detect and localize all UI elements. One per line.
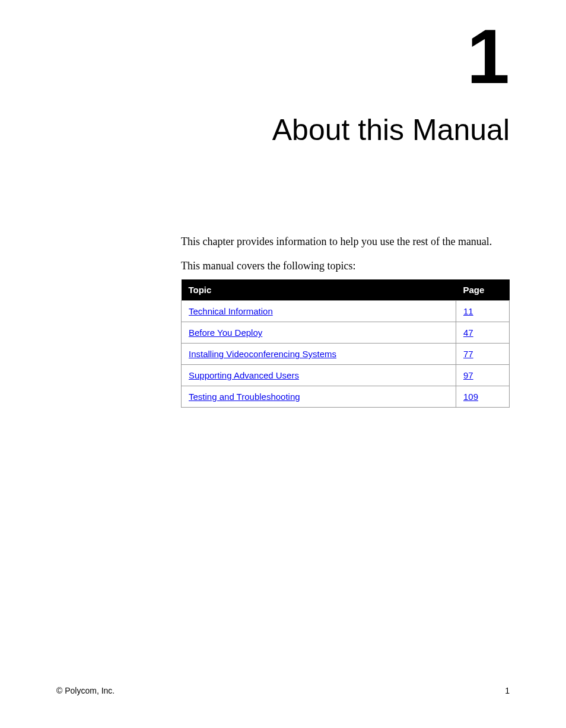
topic-link-supporting-advanced-users[interactable]: Supporting Advanced Users: [189, 370, 299, 380]
footer-copyright: © Polycom, Inc.: [56, 686, 115, 695]
intro-text: This chapter provides information to hel…: [181, 234, 510, 249]
header-page: Page: [456, 279, 510, 301]
topics-table: Topic Page Technical Information 11 Befo…: [181, 279, 510, 408]
table-row: Supporting Advanced Users 97: [182, 365, 510, 386]
page-link-47[interactable]: 47: [463, 328, 473, 338]
topics-intro: This manual covers the following topics:: [181, 260, 510, 272]
table-row: Testing and Troubleshooting 109: [182, 386, 510, 408]
page-link-97[interactable]: 97: [463, 370, 473, 380]
table-row: Before You Deploy 47: [182, 322, 510, 344]
topic-link-installing-videoconferencing-systems[interactable]: Installing Videoconferencing Systems: [189, 349, 336, 359]
page-link-109[interactable]: 109: [463, 392, 478, 402]
page-link-77[interactable]: 77: [463, 349, 473, 359]
topic-link-technical-information[interactable]: Technical Information: [189, 306, 273, 316]
topic-link-testing-and-troubleshooting[interactable]: Testing and Troubleshooting: [189, 392, 300, 402]
table-row: Technical Information 11: [182, 301, 510, 322]
header-topic: Topic: [182, 279, 456, 301]
table-row: Installing Videoconferencing Systems 77: [182, 344, 510, 365]
topic-link-before-you-deploy[interactable]: Before You Deploy: [189, 328, 262, 338]
chapter-number: 1: [467, 18, 510, 95]
page-link-11[interactable]: 11: [463, 306, 473, 316]
chapter-title: About this Manual: [272, 113, 510, 147]
footer-page-number: 1: [505, 686, 510, 695]
